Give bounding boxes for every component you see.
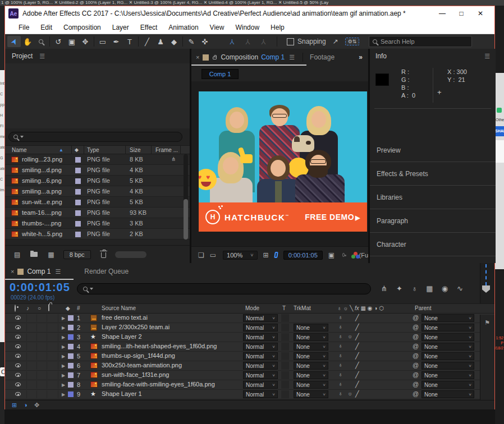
parent-dropdown[interactable]: None bbox=[421, 390, 474, 398]
grid-guides-icon[interactable]: ⊞ bbox=[263, 251, 269, 259]
monitor-icon[interactable]: ▭ bbox=[210, 251, 216, 259]
layer-label-swatch[interactable] bbox=[68, 325, 74, 330]
tab-info[interactable]: Info bbox=[375, 52, 387, 60]
blend-mode-dropdown[interactable]: Normal bbox=[243, 314, 278, 322]
project-file-row[interactable]: team-16....png PNG file 93 KB ⋔ bbox=[5, 208, 190, 218]
shy-switch-icon[interactable]: ♁ bbox=[338, 352, 343, 358]
trkmat-dropdown[interactable]: None bbox=[294, 324, 328, 331]
playhead[interactable] bbox=[482, 285, 490, 293]
draft-3d-icon[interactable]: ✦ bbox=[392, 284, 407, 293]
show-channel-icon[interactable] bbox=[351, 252, 354, 259]
trkmat-dropdown[interactable]: None bbox=[294, 352, 328, 360]
view-axis-mode[interactable]: Y bbox=[255, 38, 271, 46]
active-comp-name[interactable]: Comp 1 bbox=[261, 53, 285, 61]
project-table-header[interactable]: Name ▲ ◆ Type Size Frame ... bbox=[5, 145, 190, 154]
expand-layer-switches-icon[interactable]: ⊞ bbox=[12, 402, 17, 409]
search-help-input[interactable]: Search Help bbox=[369, 36, 472, 47]
expand-inout-icon[interactable]: ✥ bbox=[34, 402, 39, 409]
current-timecode[interactable]: 0:00:01:05 bbox=[10, 281, 70, 294]
twirl-icon[interactable]: ▶ bbox=[62, 392, 65, 397]
quality-switch-icon[interactable]: ╱ bbox=[355, 333, 359, 340]
layer-name[interactable]: Shape Layer 1 bbox=[102, 390, 242, 397]
layer-label-swatch[interactable] bbox=[68, 344, 74, 349]
timeline-search-input[interactable] bbox=[77, 283, 371, 294]
comp-breadcrumb-button[interactable]: Comp 1 bbox=[201, 69, 239, 79]
composition-canvas[interactable]: ♥♥ H HATCHBUCK™ FREE DEMO▶ bbox=[199, 91, 367, 232]
show-snapshot-icon[interactable] bbox=[342, 253, 345, 257]
layer-row[interactable]: ▶ 8 smiling-face-with-smiling-eyes_1f60a… bbox=[5, 380, 494, 390]
close-tab-icon[interactable]: × bbox=[196, 54, 199, 61]
layer-name[interactable]: Shape Layer 2 bbox=[102, 333, 242, 340]
pen-tool[interactable]: ✒ bbox=[109, 36, 123, 47]
motion-blur-icon[interactable]: ◉ bbox=[437, 284, 452, 293]
layer-label-swatch[interactable] bbox=[68, 334, 74, 340]
expand-transfer-controls-icon[interactable]: ◑ bbox=[24, 402, 28, 408]
panel-menu-icon[interactable]: ☰ bbox=[484, 53, 490, 60]
twirl-icon[interactable]: ▶ bbox=[62, 373, 65, 378]
layer-row[interactable]: ▶ 5 thumbs-up-sign_1f44d.png Normal None… bbox=[5, 352, 494, 361]
collapsed-panel-tab[interactable]: Character bbox=[370, 233, 496, 256]
label-swatch[interactable] bbox=[75, 168, 81, 173]
pickwhip-icon[interactable]: @ bbox=[413, 390, 419, 397]
column-size[interactable]: Size bbox=[130, 147, 140, 153]
shape-tool[interactable]: ▭ bbox=[96, 36, 109, 47]
quality-switch-icon[interactable]: ╱ bbox=[355, 352, 359, 360]
brush-tool[interactable]: ╱ bbox=[140, 36, 154, 47]
new-composition-icon[interactable]: ▦ bbox=[48, 251, 54, 259]
close-button[interactable]: ✕ bbox=[471, 10, 490, 17]
selection-tool[interactable]: ➤ bbox=[7, 36, 21, 47]
layer-visibility-icon[interactable] bbox=[15, 344, 21, 348]
layer-row[interactable]: ▶ 1 free demo text.ai Normal ♁ ☼ ╱ @ Non… bbox=[5, 314, 494, 323]
hand-tool[interactable]: ✋ bbox=[21, 36, 34, 47]
quality-switch-icon[interactable]: ╱ bbox=[355, 362, 359, 369]
label-swatch[interactable] bbox=[75, 210, 81, 216]
puppet-pin-tool[interactable]: ✜ bbox=[198, 36, 212, 47]
pickwhip-icon[interactable]: @ bbox=[413, 381, 419, 388]
label-swatch[interactable] bbox=[75, 232, 81, 237]
layer-row[interactable]: ▶ 9 ★ Shape Layer 1 Normal None ♁ ☼ ╱ @ … bbox=[5, 390, 494, 399]
layer-label-swatch[interactable] bbox=[68, 391, 74, 397]
label-column-icon[interactable]: ◆ bbox=[75, 147, 79, 153]
parent-dropdown[interactable]: None bbox=[421, 362, 474, 370]
snapping-checkbox[interactable] bbox=[287, 38, 294, 45]
tab-composition[interactable]: Composition bbox=[221, 53, 258, 61]
shy-switch-icon[interactable]: ♁ bbox=[338, 390, 343, 397]
label-swatch[interactable] bbox=[75, 189, 81, 195]
quality-switch-icon[interactable]: ╱ bbox=[355, 314, 359, 321]
layer-name[interactable]: smiling...ith-heart-shaped-eyes_1f60d.pn… bbox=[102, 343, 242, 349]
local-axis-mode[interactable]: Y bbox=[224, 38, 240, 46]
tab-timeline-comp[interactable]: Comp 1 bbox=[27, 268, 51, 275]
project-file-row[interactable]: white-h...5.png PNG file 2 KB ⋔ bbox=[5, 229, 190, 239]
blend-mode-dropdown[interactable]: Normal bbox=[243, 343, 278, 351]
new-folder-icon[interactable] bbox=[30, 252, 38, 257]
resolution-dropdown[interactable]: (Fu bbox=[359, 252, 369, 259]
project-file-row[interactable]: smiling...d.png PNG file 4 KB ⋔ bbox=[5, 165, 190, 176]
twirl-icon[interactable]: ▶ bbox=[62, 325, 65, 330]
menu-item[interactable]: Composition bbox=[58, 24, 107, 31]
column-trkmat[interactable]: TrkMat bbox=[294, 305, 311, 311]
layer-label-swatch[interactable] bbox=[68, 315, 74, 321]
rotate-tool[interactable]: ↺ bbox=[52, 36, 65, 47]
project-file-row[interactable]: sun-wit...e.png PNG file 5 KB ⋔ bbox=[5, 197, 190, 208]
trkmat-dropdown[interactable]: None bbox=[294, 381, 328, 389]
quality-switch-icon[interactable]: ╱ bbox=[355, 381, 359, 388]
layer-name[interactable]: 300x250-team-animation.png bbox=[102, 362, 242, 368]
label-swatch[interactable] bbox=[75, 200, 81, 205]
minimize-button[interactable]: — bbox=[433, 10, 452, 17]
trkmat-dropdown[interactable]: None bbox=[294, 390, 328, 398]
comp-marker-icon[interactable]: ⚑ bbox=[484, 319, 490, 326]
collapsed-panel-tab[interactable]: Effects & Presets bbox=[370, 162, 496, 186]
layer-visibility-icon[interactable] bbox=[15, 382, 21, 386]
project-scrollbar-thumb[interactable] bbox=[184, 199, 188, 239]
quality-switch-icon[interactable]: ╱ bbox=[355, 371, 359, 379]
quality-switch-icon[interactable]: ╱ bbox=[355, 324, 359, 331]
workspace-settings-icon[interactable]: ⚙⇅ bbox=[345, 38, 360, 45]
collapse-switch-icon[interactable]: ☼ bbox=[347, 333, 352, 339]
maximize-button[interactable]: □ bbox=[452, 10, 471, 17]
blend-mode-dropdown[interactable]: Normal bbox=[243, 390, 278, 398]
collapsed-panel-tab[interactable]: Paragraph bbox=[370, 209, 496, 233]
shy-switch-icon[interactable]: ♁ bbox=[338, 333, 343, 339]
column-name[interactable]: Name bbox=[12, 147, 27, 153]
shy-switch-icon[interactable]: ♁ bbox=[338, 371, 343, 377]
quality-switch-icon[interactable]: ╱ bbox=[355, 343, 359, 350]
